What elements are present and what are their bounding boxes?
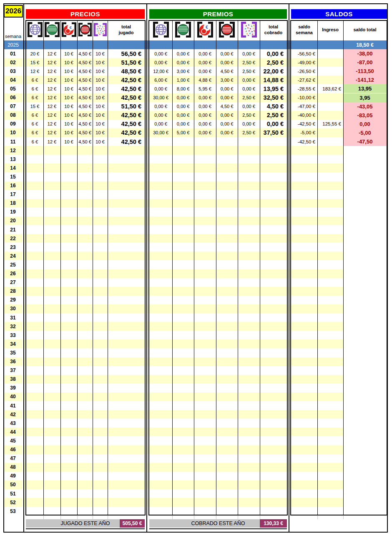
prize-cell[interactable]: 3,00 € [216, 75, 237, 84]
total-cobrado-cell[interactable]: 32,50 € [260, 93, 286, 102]
prize-cell[interactable]: 2,50 € [238, 128, 259, 137]
saldo-total-cell[interactable]: -38,00 [343, 49, 387, 58]
prize-cell[interactable]: 0,00 € [150, 84, 172, 93]
total-cobrado-cell[interactable]: 13,95 € [260, 84, 286, 93]
price-cell[interactable]: 4,50 € [78, 128, 92, 137]
prize-cell[interactable]: 0,00 € [216, 49, 237, 58]
total-cobrado-cell[interactable]: 22,00 € [260, 67, 286, 75]
price-cell[interactable]: 10 € [61, 111, 77, 120]
prize-cell[interactable]: 0,00 € [238, 49, 259, 58]
price-cell[interactable]: 10 € [61, 58, 77, 67]
saldo-total-cell[interactable]: -113,50 [343, 67, 387, 75]
saldo-total-cell[interactable]: -141,12 [343, 75, 387, 84]
price-cell[interactable]: 4,50 € [78, 111, 92, 120]
saldo-semana-cell[interactable]: -56,50 € [291, 49, 317, 58]
prize-cell[interactable]: 0,00 € [150, 102, 172, 111]
prize-cell[interactable]: 0,00 € [194, 111, 216, 120]
price-cell[interactable]: 10 € [61, 93, 77, 102]
total-cobrado-cell[interactable]: 0,00 € [260, 49, 286, 58]
saldo-total-cell[interactable]: -43,05 [343, 102, 387, 111]
price-cell[interactable]: 4,50 € [78, 49, 92, 58]
prize-cell[interactable]: 0,00 € [216, 120, 237, 128]
prize-cell[interactable]: 4,88 € [194, 75, 216, 84]
total-cobrado-cell[interactable]: 2,50 € [260, 111, 286, 120]
total-jugado-cell[interactable]: 42,50 € [108, 84, 144, 93]
prize-cell[interactable]: 0,00 € [150, 120, 172, 128]
total-cobrado-cell[interactable]: 14,88 € [260, 75, 286, 84]
prize-cell[interactable]: 3,00 € [173, 67, 193, 75]
price-cell[interactable]: 10 € [93, 49, 107, 58]
prize-cell[interactable]: 0,00 € [238, 75, 259, 84]
price-cell[interactable]: 10 € [61, 75, 77, 84]
price-cell[interactable]: 12 € [44, 120, 60, 128]
price-cell[interactable]: 10 € [93, 137, 107, 146]
price-cell[interactable]: 12 € [44, 102, 60, 111]
prize-cell[interactable]: 5,00 € [173, 128, 193, 137]
price-cell[interactable]: 12 € [44, 67, 60, 75]
price-cell[interactable]: 4,50 € [78, 58, 92, 67]
prize-cell[interactable]: 0,00 € [173, 49, 193, 58]
price-cell[interactable]: 12 € [44, 84, 60, 93]
total-jugado-cell[interactable]: 56,50 € [108, 49, 144, 58]
prize-cell[interactable]: 0,00 € [194, 67, 216, 75]
price-cell[interactable]: 12 € [44, 128, 60, 137]
price-cell[interactable]: 10 € [93, 120, 107, 128]
prize-cell[interactable]: 0,00 € [238, 84, 259, 93]
price-cell[interactable]: 10 € [61, 137, 77, 146]
prize-cell[interactable]: 0,00 € [238, 102, 259, 111]
ingreso-cell[interactable]: 125,55 € [317, 120, 342, 128]
saldo-semana-cell[interactable]: -28,55 € [291, 84, 317, 93]
saldo-total-cell[interactable]: -5,00 [343, 128, 387, 137]
prize-cell[interactable]: 0,00 € [216, 58, 237, 67]
price-cell[interactable]: 10 € [61, 102, 77, 111]
price-cell[interactable]: 12 € [44, 93, 60, 102]
price-cell[interactable]: 4,50 € [78, 120, 92, 128]
price-cell[interactable]: 6 € [27, 111, 43, 120]
price-cell[interactable]: 4,50 € [78, 137, 92, 146]
price-cell[interactable]: 10 € [61, 128, 77, 137]
price-cell[interactable]: 12 € [44, 111, 60, 120]
price-cell[interactable]: 4,50 € [78, 93, 92, 102]
prize-cell[interactable]: 2,50 € [238, 67, 259, 75]
saldo-semana-cell[interactable]: -27,62 € [291, 75, 317, 84]
price-cell[interactable]: 10 € [93, 67, 107, 75]
price-cell[interactable]: 6 € [27, 84, 43, 93]
prize-cell[interactable]: 12,00 € [150, 67, 172, 75]
prize-cell[interactable]: 0,00 € [194, 58, 216, 67]
prize-cell[interactable]: 0,00 € [150, 58, 172, 67]
saldo-semana-cell[interactable]: -26,50 € [291, 67, 317, 75]
total-jugado-cell[interactable]: 51,50 € [108, 102, 144, 111]
price-cell[interactable]: 10 € [93, 58, 107, 67]
price-cell[interactable]: 4,50 € [78, 84, 92, 93]
price-cell[interactable]: 4,50 € [78, 67, 92, 75]
total-cobrado-cell[interactable]: 37,50 € [260, 128, 286, 137]
prize-cell[interactable]: 0,00 € [150, 111, 172, 120]
prize-cell[interactable]: 0,00 € [216, 84, 237, 93]
price-cell[interactable]: 10 € [61, 84, 77, 93]
prize-cell[interactable]: 0,00 € [173, 111, 193, 120]
price-cell[interactable]: 6 € [27, 128, 43, 137]
total-cobrado-cell[interactable]: 2,50 € [260, 58, 286, 67]
price-cell[interactable]: 10 € [93, 111, 107, 120]
saldo-semana-cell[interactable]: -42,50 € [291, 137, 317, 146]
prize-cell[interactable]: 2,50 € [238, 58, 259, 67]
price-cell[interactable]: 12 € [44, 75, 60, 84]
prize-cell[interactable]: 4,50 € [216, 67, 237, 75]
price-cell[interactable]: 6 € [27, 93, 43, 102]
price-cell[interactable]: 20 € [27, 49, 43, 58]
prize-cell[interactable]: 2,50 € [238, 111, 259, 120]
prize-cell[interactable]: 0,00 € [216, 93, 237, 102]
total-jugado-cell[interactable]: 48,50 € [108, 67, 144, 75]
prize-cell[interactable]: 4,50 € [216, 102, 237, 111]
saldo-total-cell[interactable]: 3,95 [343, 93, 387, 102]
saldo-semana-cell[interactable]: -47,00 € [291, 102, 317, 111]
price-cell[interactable]: 12 € [44, 49, 60, 58]
saldo-semana-cell[interactable]: -10,00 € [291, 93, 317, 102]
prize-cell[interactable]: 0,00 € [216, 128, 237, 137]
price-cell[interactable]: 10 € [93, 93, 107, 102]
price-cell[interactable]: 10 € [61, 49, 77, 58]
price-cell[interactable]: 12 € [44, 137, 60, 146]
prize-cell[interactable]: 0,00 € [194, 102, 216, 111]
price-cell[interactable]: 6 € [27, 120, 43, 128]
prize-cell[interactable]: 0,00 € [173, 102, 193, 111]
